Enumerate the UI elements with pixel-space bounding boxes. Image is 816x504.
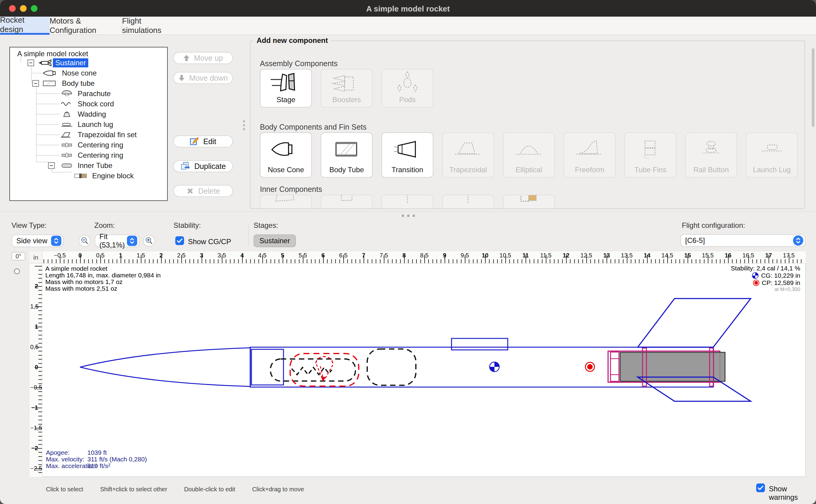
ruler-label: 2,5 [177,252,186,259]
tree-item-parachute[interactable]: Parachute [60,89,111,98]
add-launch-lug-button[interactable]: Launch Lug [746,132,798,178]
tree-item-label: Wadding [78,110,106,118]
ruler-tick [218,259,219,263]
drawn-wadding[interactable] [367,349,416,385]
ruler-label: 4,5 [258,252,267,259]
zoom-select[interactable]: Fit (53,1%) [95,234,139,247]
ruler-tick [538,259,538,263]
tab-motors-configuration[interactable]: Motors & Configuration [50,17,121,35]
ruler-label: −2,5 [30,465,38,472]
ruler-tick [643,259,644,263]
tree-collapse-sustainer[interactable] [28,60,34,66]
tree-item-wadding[interactable]: Wadding [60,110,106,119]
tree-item-centering-ring[interactable]: Centering ring [60,141,123,150]
tab-flight-simulations[interactable]: Flight simulations [122,17,173,35]
delete-button[interactable]: Delete [173,185,233,197]
ruler-tick [56,259,57,263]
ruler-tick [420,259,421,263]
ruler-tick [756,259,757,263]
ruler-label: 2 [30,283,38,290]
add-inner-component-tile[interactable] [503,195,555,208]
divider-drag-handle[interactable] [400,213,416,218]
tree-item-launch-lug[interactable]: Launch lug [60,120,113,129]
tree-collapse-inner-tube[interactable] [48,162,55,169]
ruler-label: 15 [684,252,691,259]
ruler-tick [428,259,429,263]
edit-button[interactable]: Edit [173,135,233,147]
stages-label: Stages: [254,221,278,230]
ruler-tick [598,259,599,263]
add-elliptical-fin-button[interactable]: Elliptical [503,132,555,178]
rocket-side-view[interactable] [42,263,806,477]
ruler-tick [716,259,717,263]
rotation-angle-box[interactable]: 0° [11,252,25,260]
drawn-launch-lug[interactable] [452,338,508,350]
ruler-tick [578,259,579,263]
add-nose-cone-button[interactable]: Nose Cone [260,132,312,178]
tree-item-nose-cone[interactable]: Nose cone [42,69,97,78]
stage-toggle-sustainer[interactable]: Sustainer [254,234,296,247]
add-body-tube-button[interactable]: Body Tube [321,132,373,178]
move-down-button[interactable]: Move down [173,72,233,84]
ruler-tick [732,259,733,263]
add-boosters-button[interactable]: Boosters [321,69,373,108]
add-trapezoidal-fin-button[interactable]: Trapezoidal [442,132,494,178]
add-transition-button[interactable]: Transition [381,132,433,178]
ruler-label: 5 [281,252,284,259]
ruler-label: 9 [443,252,446,259]
ruler-tick [517,259,518,263]
panel-splitter-handle[interactable] [243,118,245,132]
ruler-tick [38,432,42,432]
ruler-tick [210,259,210,263]
tree-collapse-body-tube[interactable] [32,80,39,87]
tree-item-trapezoidal-fin-set[interactable]: Trapezoidal fin set [60,130,137,139]
tree-item-centering-ring[interactable]: Centering ring [60,151,123,160]
ruler-tick [108,259,109,263]
tree-item-body-tube[interactable]: Body tube [42,79,95,88]
ruler-tick [679,259,680,263]
rotation-knob[interactable] [14,268,20,274]
add-freeform-fin-button[interactable]: Freeform [564,132,616,178]
add-tube-fins-button[interactable]: Tube Fins [624,132,676,178]
ruler-tick [189,259,190,263]
tree-item-inner-tube[interactable]: Inner Tube [60,161,112,170]
tab-rocket-design[interactable]: Rocket design [0,17,50,35]
drawn-engine-block[interactable] [610,352,619,381]
ruler-tick [145,259,145,263]
add-rail-button-button[interactable]: Rail Button [685,132,737,178]
ruler-tick [38,375,42,376]
drawn-fin-upper[interactable] [638,299,751,347]
show-warnings-checkbox[interactable] [756,483,765,492]
drawn-nose-cone[interactable] [80,348,250,386]
add-panel-scrollbar[interactable] [812,48,814,127]
flight-configuration-select[interactable]: [C6-5] [680,234,805,247]
ruler-tick [610,259,611,263]
view-type-label: View Type: [11,221,47,230]
ruler-label: −0,5 [54,252,66,259]
add-inner-component-tile[interactable] [260,195,312,208]
ruler-tick [635,259,636,263]
add-inner-component-tile[interactable] [442,195,494,208]
ruler-tick [38,464,42,465]
tree-item-engine-block[interactable]: Engine block [73,171,134,180]
duplicate-button[interactable]: Duplicate [173,160,233,172]
ruler-tick [64,259,64,263]
ruler-tick [700,259,700,263]
show-cgcp-checkbox[interactable] [175,236,184,245]
ruler-tick [52,259,52,263]
tree-item-shock-cord[interactable]: Shock cord [60,99,114,108]
zoom-out-button[interactable] [79,235,91,247]
add-inner-component-tile[interactable] [321,195,373,208]
add-inner-component-tile[interactable] [381,195,433,208]
tree-item-sustainer[interactable]: Sustainer [38,58,88,67]
ruler-tick [380,259,380,263]
ruler-tick [234,259,235,263]
tree-item-rocket-root[interactable]: A simple model rocket [17,49,88,58]
ruler-tick [38,302,42,303]
view-type-select[interactable]: Side view [11,234,63,247]
add-pods-button[interactable]: Pods [381,69,433,108]
move-up-button[interactable]: Move up [173,52,233,64]
add-stage-button[interactable]: Stage [260,69,312,108]
zoom-in-button[interactable] [143,235,155,247]
ruler-tick [765,259,765,263]
